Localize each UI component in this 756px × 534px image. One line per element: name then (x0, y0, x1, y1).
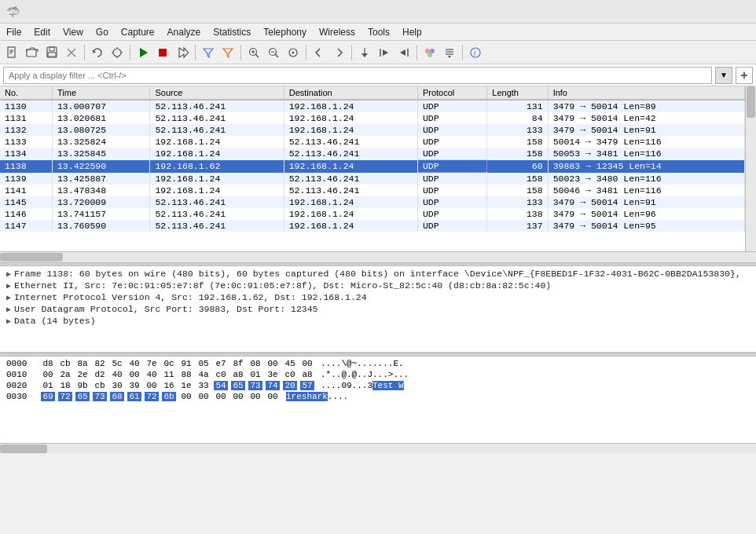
table-row[interactable]: 113313.325824192.168.1.2452.113.46.241UD… (0, 136, 745, 148)
tb-sep6 (351, 45, 352, 60)
col-info[interactable]: Info (548, 86, 744, 100)
packet-tbody: 113013.00070752.113.46.241192.168.1.24UD… (0, 100, 745, 232)
capture-options-button[interactable] (108, 43, 127, 62)
minimize-button[interactable] (681, 4, 703, 20)
zoom-reset-button[interactable] (284, 43, 303, 62)
title-bar: 🦈 (0, 0, 756, 24)
close-capture-button[interactable] (62, 43, 81, 62)
tb-sep7 (417, 45, 417, 60)
packet-table-scrollbar[interactable] (745, 86, 756, 251)
menu-view[interactable]: View (57, 24, 90, 40)
col-time[interactable]: Time (52, 86, 150, 100)
detail-row[interactable]: ▶Internet Protocol Version 4, Src: 192.1… (0, 291, 756, 303)
expert-info-button[interactable]: i (466, 43, 485, 62)
svg-point-35 (425, 49, 430, 53)
detail-row[interactable]: ▶Data (14 bytes) (0, 315, 756, 327)
packet-table-hscrollbar[interactable] (0, 251, 756, 262)
col-no[interactable]: No. (0, 86, 52, 100)
detail-row[interactable]: ▶Ethernet II, Src: 7e:0c:91:05:e7:8f (7e… (0, 280, 756, 291)
table-row[interactable]: 114513.72000952.113.46.241192.168.1.24UD… (0, 196, 745, 208)
col-protocol[interactable]: Protocol (417, 86, 486, 100)
menu-statistics[interactable]: Statistics (207, 24, 257, 40)
detail-row[interactable]: ▶Frame 1138: 60 bytes on wire (480 bits)… (0, 268, 756, 280)
expand-icon: ▶ (6, 305, 11, 314)
table-row[interactable]: 113013.00070752.113.46.241192.168.1.24UD… (0, 100, 745, 112)
table-row[interactable]: 114713.76059052.113.46.241192.168.1.24UD… (0, 220, 745, 232)
open-button[interactable] (23, 43, 42, 62)
detail-row[interactable]: ▶User Datagram Protocol, Src Port: 39883… (0, 303, 756, 315)
svg-line-21 (256, 54, 259, 57)
forward-button[interactable] (329, 43, 348, 62)
capture-filter-button[interactable] (199, 43, 218, 62)
table-row[interactable]: 113413.325845192.168.1.2452.113.46.241UD… (0, 148, 745, 160)
svg-marker-15 (140, 48, 148, 57)
menu-go[interactable]: Go (90, 24, 115, 40)
svg-point-36 (430, 49, 435, 53)
menu-wireless[interactable]: Wireless (313, 24, 361, 40)
hex-row: 0030697265736861726b000000000000ireshark… (0, 391, 756, 402)
filter-add-button[interactable]: + (736, 67, 753, 84)
col-source[interactable]: Source (150, 86, 284, 100)
display-filter-button[interactable] (218, 43, 237, 62)
stop-capture-button[interactable] (153, 43, 172, 62)
svg-point-28 (292, 51, 295, 53)
table-row[interactable]: 113813.422590192.168.1.62192.168.1.24UDP… (0, 160, 745, 173)
scrollbar-thumb (747, 86, 755, 118)
table-row[interactable]: 114613.74115752.113.46.241192.168.1.24UD… (0, 208, 745, 220)
table-header-row: No. Time Source Destination Protocol Len… (0, 86, 745, 100)
menu-bar: File Edit View Go Capture Analyze Statis… (0, 24, 756, 41)
menu-file[interactable]: File (0, 24, 28, 40)
menu-tools[interactable]: Tools (361, 24, 396, 40)
back-button[interactable] (310, 43, 328, 62)
tb-sep5 (306, 45, 306, 60)
tb-sep8 (462, 45, 463, 60)
goto-packet-button[interactable] (355, 43, 374, 62)
bottom-scrollbar[interactable] (0, 443, 756, 454)
tb-sep1 (84, 45, 85, 60)
col-length[interactable]: Length (487, 86, 548, 100)
reload-button[interactable] (88, 43, 107, 62)
hex-panel: 0000d8cb8a825c407e0c9105e78f08004500....… (0, 357, 756, 443)
start-capture-button[interactable] (134, 43, 152, 62)
svg-marker-30 (361, 53, 368, 57)
expand-icon: ▶ (6, 269, 11, 279)
save-button[interactable] (42, 43, 61, 62)
menu-analyze[interactable]: Analyze (161, 24, 207, 40)
table-row[interactable]: 113213.08072552.113.46.241192.168.1.24UD… (0, 124, 745, 136)
filter-input[interactable] (3, 67, 712, 84)
colorize-button[interactable] (420, 43, 439, 62)
menu-capture[interactable]: Capture (115, 24, 161, 40)
autoscroll-button[interactable] (440, 43, 459, 62)
close-button[interactable] (728, 4, 750, 20)
svg-marker-34 (400, 49, 406, 56)
packet-table-hscrollbar-thumb (0, 253, 63, 262)
table-row[interactable]: 113113.02068152.113.46.241192.168.1.24UD… (0, 112, 745, 124)
tb-sep2 (130, 45, 130, 60)
new-capture-button[interactable] (3, 43, 22, 62)
zoom-out-button[interactable] (264, 43, 283, 62)
hex-row: 0010002a2ed240004011884ac0a8013ec0a8.*..… (0, 369, 756, 380)
expand-icon: ▶ (6, 316, 11, 326)
col-destination[interactable]: Destination (284, 86, 417, 100)
svg-point-10 (113, 49, 121, 57)
bottom-scrollbar-thumb (0, 444, 47, 453)
last-packet-button[interactable] (395, 43, 413, 62)
svg-rect-7 (48, 53, 56, 57)
menu-edit[interactable]: Edit (28, 24, 57, 40)
svg-marker-32 (383, 49, 388, 56)
restart-capture-button[interactable] (173, 43, 192, 62)
svg-text:i: i (474, 49, 475, 57)
menu-help[interactable]: Help (396, 24, 428, 40)
expand-icon: ▶ (6, 281, 11, 291)
packet-table: No. Time Source Destination Protocol Len… (0, 86, 745, 232)
first-packet-button[interactable] (375, 43, 394, 62)
svg-marker-18 (204, 49, 213, 57)
table-row[interactable]: 114113.478348192.168.1.2452.113.46.241UD… (0, 185, 745, 196)
menu-telephony[interactable]: Telephony (257, 24, 313, 40)
svg-rect-4 (27, 49, 36, 57)
table-row[interactable]: 113913.425887192.168.1.2452.113.46.241UD… (0, 173, 745, 185)
zoom-in-button[interactable] (244, 43, 263, 62)
filter-dropdown-button[interactable]: ▼ (715, 67, 732, 84)
filter-bar: ▼ + (0, 64, 756, 86)
maximize-button[interactable] (704, 4, 726, 20)
